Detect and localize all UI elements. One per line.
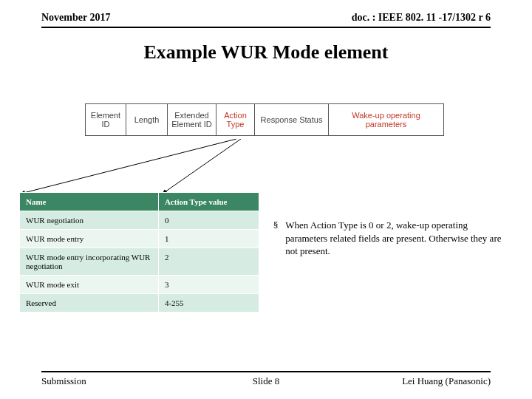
footer-slide-number: Slide 8 <box>41 375 491 387</box>
table-cell-name: Reserved <box>20 294 159 313</box>
table-cell-value: 4-255 <box>158 294 259 313</box>
diagram-field: Wake-up operating parameters <box>329 103 444 136</box>
table-row: WUR mode entry1 <box>20 230 259 248</box>
table-row: Reserved4-255 <box>20 294 259 313</box>
table-cell-name: WUR mode entry <box>20 230 159 248</box>
diagram-field: Element ID <box>85 103 126 136</box>
footer: Submission Slide 8 Lei Huang (Panasonic) <box>41 371 491 387</box>
table-cell-name: WUR mode exit <box>20 276 159 294</box>
note-bullet: § When Action Type is 0 or 2, wake-up op… <box>273 219 510 258</box>
page-title: Example WUR Mode element <box>0 41 532 64</box>
table-cell-name: WUR negotiation <box>20 211 159 230</box>
table-cell-value: 0 <box>158 211 259 230</box>
header-rule <box>41 27 491 28</box>
bullet-icon: § <box>273 220 278 258</box>
bullet-text: When Action Type is 0 or 2, wake-up oper… <box>285 219 510 258</box>
diagram-field: Action Type <box>216 103 255 136</box>
table-cell-name: WUR mode entry incorporating WUR negotia… <box>20 248 159 276</box>
table-cell-value: 2 <box>158 248 259 276</box>
diagram-field: Response Status <box>255 103 329 136</box>
table-cell-value: 3 <box>158 276 259 294</box>
table-cell-value: 1 <box>158 230 259 248</box>
header-doc-id: doc. : IEEE 802. 11 -17/1302 r 6 <box>352 12 491 24</box>
table-header-value: Action Type value <box>158 193 259 211</box>
table-row: WUR negotiation0 <box>20 211 259 230</box>
table-row: WUR mode entry incorporating WUR negotia… <box>20 248 259 276</box>
action-type-table: Name Action Type value WUR negotiation0W… <box>19 192 259 313</box>
header-date: November 2017 <box>41 12 110 24</box>
header: November 2017 doc. : IEEE 802. 11 -17/13… <box>41 12 491 28</box>
diagram-field: Extended Element ID <box>168 103 216 136</box>
slide: November 2017 doc. : IEEE 802. 11 -17/13… <box>0 0 532 399</box>
table-header-row: Name Action Type value <box>20 193 259 211</box>
svg-line-0 <box>21 139 236 194</box>
svg-line-1 <box>163 139 241 194</box>
table-row: WUR mode exit3 <box>20 276 259 294</box>
diagram-field: Length <box>126 103 168 136</box>
diagram-arrows <box>0 139 532 198</box>
footer-rule <box>41 371 491 372</box>
table-header-name: Name <box>20 193 159 211</box>
element-format-diagram: Element IDLengthExtended Element IDActio… <box>85 103 447 136</box>
